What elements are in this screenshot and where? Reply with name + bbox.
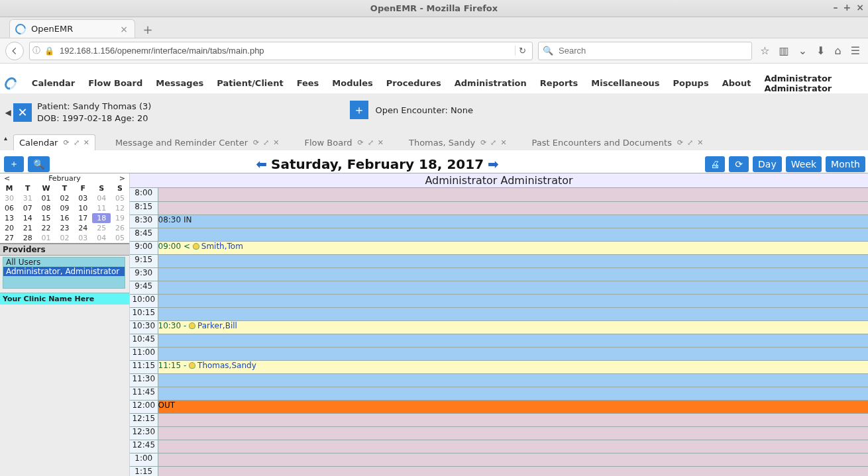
mini-day[interactable]: 18 xyxy=(92,213,111,223)
time-label[interactable]: 12:45 xyxy=(130,440,158,453)
tab-close-icon[interactable]: ✕ xyxy=(697,138,703,147)
schedule-slot[interactable] xyxy=(158,347,868,360)
time-label[interactable]: 10:45 xyxy=(130,334,158,347)
time-label[interactable]: 10:00 xyxy=(130,294,158,307)
time-label[interactable]: 8:30 xyxy=(130,214,158,228)
providers-all-users[interactable]: All Users xyxy=(3,258,125,267)
time-label[interactable]: 11:45 xyxy=(130,387,158,400)
mini-day[interactable]: 10 xyxy=(74,203,92,213)
view-week-button[interactable]: Week xyxy=(786,156,822,172)
schedule-slot[interactable] xyxy=(158,307,868,320)
appointment-link[interactable]: Parker,Bill xyxy=(197,321,237,330)
bookmark-star-icon[interactable]: ☆ xyxy=(760,44,769,57)
tab-refresh-icon[interactable]: ⟳ xyxy=(480,138,486,147)
hamburger-menu-icon[interactable]: ☰ xyxy=(851,44,860,57)
time-label[interactable]: 9:30 xyxy=(130,267,158,281)
nav-back-button[interactable] xyxy=(5,42,24,60)
view-day-button[interactable]: Day xyxy=(753,156,782,172)
schedule-slot[interactable] xyxy=(158,413,868,426)
tab-close-icon[interactable]: ✕ xyxy=(273,138,279,147)
mini-day[interactable]: 15 xyxy=(37,213,56,223)
mini-day[interactable]: 19 xyxy=(111,213,129,223)
view-month-button[interactable]: Month xyxy=(826,156,865,172)
inner-tab[interactable]: Past Encounters and Documents⟳⤢✕ xyxy=(527,135,709,150)
menu-item-procedures[interactable]: Procedures xyxy=(386,78,441,88)
schedule-slot[interactable] xyxy=(158,387,868,400)
add-appointment-button[interactable]: ＋ xyxy=(4,156,24,172)
time-label[interactable]: 11:30 xyxy=(130,373,158,387)
window-close-button[interactable]: × xyxy=(856,2,864,13)
menu-item-calendar[interactable]: Calendar xyxy=(32,78,75,88)
reload-button[interactable]: ↻ xyxy=(515,46,529,56)
time-label[interactable]: 10:30 xyxy=(130,320,158,334)
mini-day[interactable]: 23 xyxy=(56,223,74,233)
schedule-slot[interactable]: 10:30 - Parker,Bill xyxy=(158,320,868,334)
search-input[interactable] xyxy=(557,45,747,56)
menu-item-modules[interactable]: Modules xyxy=(332,78,372,88)
mini-day[interactable]: 11 xyxy=(92,203,111,213)
mini-day[interactable]: 04 xyxy=(92,233,111,243)
time-label[interactable]: 1:15 xyxy=(130,466,158,476)
mini-day[interactable]: 03 xyxy=(74,193,92,203)
mini-day[interactable]: 13 xyxy=(0,213,19,223)
open-encounter-label[interactable]: Open Encounter: None xyxy=(375,105,473,115)
tab-popout-icon[interactable]: ⤢ xyxy=(368,138,374,147)
pocket-icon[interactable]: ⌄ xyxy=(798,44,807,57)
mini-day[interactable]: 04 xyxy=(92,193,111,203)
mini-day[interactable]: 12 xyxy=(111,203,129,213)
mini-next-month[interactable]: > xyxy=(119,174,125,183)
schedule-slot[interactable] xyxy=(158,254,868,267)
mini-prev-month[interactable]: < xyxy=(4,174,10,183)
menu-item-patient-client[interactable]: Patient/Client xyxy=(217,78,283,88)
current-user-label[interactable]: Administrator Administrator xyxy=(764,73,861,93)
time-label[interactable]: 8:15 xyxy=(130,201,158,214)
mini-day[interactable]: 02 xyxy=(56,193,74,203)
mini-day[interactable]: 28 xyxy=(19,233,37,243)
next-day-button[interactable]: ➡ xyxy=(488,156,499,172)
schedule-slot[interactable]: 08:30 IN xyxy=(158,214,868,228)
schedule-slot[interactable] xyxy=(158,201,868,214)
window-minimize-button[interactable]: – xyxy=(834,2,838,13)
info-icon[interactable]: ⓘ xyxy=(32,45,40,56)
time-label[interactable]: 12:30 xyxy=(130,426,158,440)
clinic-name-label[interactable]: Your Clinic Name Here xyxy=(0,293,129,305)
mini-day[interactable]: 05 xyxy=(111,193,129,203)
inner-tab[interactable]: Calendar⟳⤢✕ xyxy=(13,134,95,150)
search-bar[interactable]: 🔍 xyxy=(538,42,752,60)
inner-tab[interactable]: Flow Board⟳⤢✕ xyxy=(299,135,389,150)
tab-refresh-icon[interactable]: ⟳ xyxy=(677,138,683,147)
menu-item-miscellaneous[interactable]: Miscellaneous xyxy=(591,78,659,88)
tab-close-icon[interactable]: ✕ xyxy=(500,138,506,147)
refresh-button[interactable]: ⟳ xyxy=(729,156,749,172)
prev-day-button[interactable]: ⬅ xyxy=(256,156,267,172)
tabs-collapse-icon[interactable]: ▴ xyxy=(4,134,7,142)
mini-day[interactable]: 14 xyxy=(19,213,37,223)
mini-day[interactable]: 17 xyxy=(74,213,92,223)
new-tab-button[interactable]: + xyxy=(139,21,156,38)
mini-day[interactable]: 27 xyxy=(0,233,19,243)
tab-popout-icon[interactable]: ⤢ xyxy=(490,138,496,147)
schedule-slot[interactable] xyxy=(158,334,868,347)
mini-day[interactable]: 06 xyxy=(0,203,19,213)
schedule-slot[interactable] xyxy=(158,453,868,466)
url-input[interactable] xyxy=(58,45,511,56)
schedule-slot[interactable] xyxy=(158,228,868,241)
tab-close-icon[interactable]: ✕ xyxy=(83,138,89,147)
patient-name-label[interactable]: Patient: Sandy Thomas (3) xyxy=(37,101,151,113)
mini-day[interactable]: 08 xyxy=(37,203,56,213)
tab-refresh-icon[interactable]: ⟳ xyxy=(358,138,364,147)
mini-day[interactable]: 01 xyxy=(37,233,56,243)
browser-tab[interactable]: OpenEMR × xyxy=(9,19,135,38)
tab-popout-icon[interactable]: ⤢ xyxy=(687,138,693,147)
mini-day[interactable]: 09 xyxy=(56,203,74,213)
schedule-slot[interactable] xyxy=(158,466,868,476)
menu-item-about[interactable]: About xyxy=(722,78,751,88)
mini-day[interactable]: 25 xyxy=(92,223,111,233)
mini-day[interactable]: 24 xyxy=(74,223,92,233)
time-label[interactable]: 12:00 xyxy=(130,400,158,413)
mini-day[interactable]: 02 xyxy=(56,233,74,243)
menu-item-popups[interactable]: Popups xyxy=(673,78,709,88)
schedule-slot[interactable] xyxy=(158,426,868,440)
mini-day[interactable]: 20 xyxy=(0,223,19,233)
tab-close-icon[interactable]: ✕ xyxy=(378,138,384,147)
